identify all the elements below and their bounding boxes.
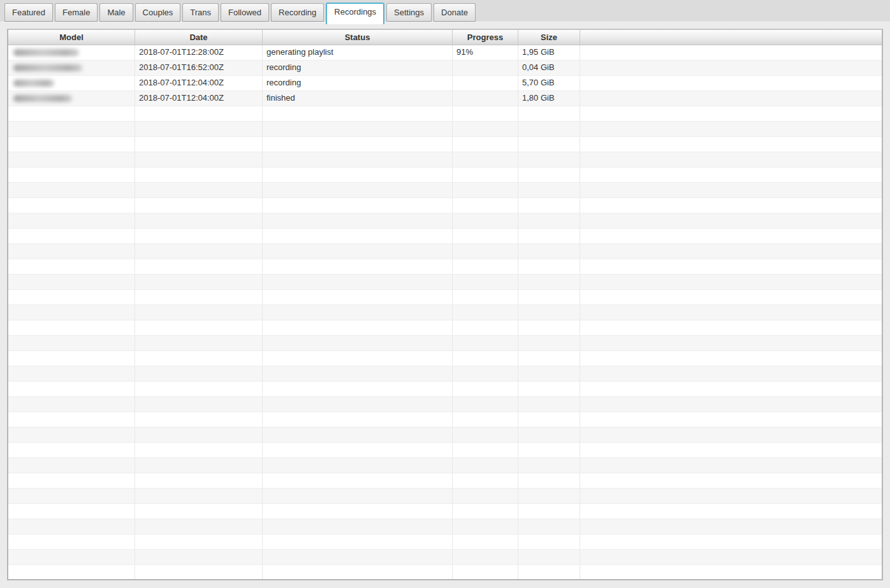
empty-cell-date	[135, 137, 263, 152]
empty-cell-extra	[580, 137, 882, 152]
empty-cell-status	[263, 504, 453, 519]
empty-cell-model	[8, 305, 135, 320]
empty-cell-size	[518, 275, 580, 289]
cell-status: generating playlist	[263, 45, 453, 60]
column-header-extra[interactable]	[580, 30, 882, 45]
empty-cell-size	[518, 259, 580, 274]
empty-table-row	[8, 320, 882, 336]
empty-cell-date	[135, 550, 263, 564]
table-row[interactable]: 2018-07-01T12:04:00Zfinished1,80 GiB	[8, 91, 882, 106]
empty-cell-status	[263, 229, 453, 243]
empty-cell-date	[135, 565, 263, 580]
cell-progress: 91%	[453, 45, 518, 60]
empty-cell-model	[8, 550, 135, 564]
empty-cell-progress	[453, 550, 518, 564]
empty-cell-model	[8, 397, 135, 412]
empty-cell-progress	[453, 336, 518, 350]
empty-cell-date	[135, 412, 263, 427]
table-row[interactable]: 2018-07-01T12:28:00Zgenerating playlist9…	[8, 45, 882, 61]
empty-table-row	[8, 198, 882, 213]
cell-status: finished	[263, 91, 453, 106]
empty-cell-extra	[580, 397, 882, 412]
empty-table-row	[8, 489, 882, 504]
empty-cell-model	[8, 320, 135, 335]
tab-female[interactable]: Female	[55, 3, 98, 22]
empty-cell-model	[8, 519, 135, 534]
empty-cell-size	[518, 519, 580, 534]
empty-cell-extra	[580, 489, 882, 503]
empty-cell-date	[135, 198, 263, 213]
column-header-model[interactable]: Model	[8, 30, 135, 45]
tab-recording[interactable]: Recording	[271, 3, 324, 22]
empty-cell-status	[263, 550, 453, 564]
empty-cell-progress	[453, 259, 518, 274]
empty-cell-size	[518, 397, 580, 412]
empty-cell-model	[8, 351, 135, 366]
empty-cell-status	[263, 534, 453, 549]
empty-cell-extra	[580, 106, 882, 121]
empty-cell-status	[263, 397, 453, 412]
cell-extra	[580, 91, 882, 106]
empty-cell-status	[263, 412, 453, 427]
column-header-progress[interactable]: Progress	[453, 30, 518, 45]
empty-table-row	[8, 275, 882, 290]
tab-male[interactable]: Male	[99, 3, 133, 22]
empty-cell-model	[8, 443, 135, 457]
empty-cell-progress	[453, 382, 518, 396]
cell-date: 2018-07-01T12:04:00Z	[135, 91, 263, 106]
empty-cell-size	[518, 336, 580, 350]
empty-table-row	[8, 458, 882, 473]
tab-bar: FeaturedFemaleMaleCouplesTransFollowedRe…	[0, 0, 890, 22]
empty-cell-progress	[453, 458, 518, 473]
cell-model	[8, 61, 135, 75]
empty-cell-status	[263, 137, 453, 152]
cell-size: 1,95 GiB	[518, 45, 580, 60]
tab-followed[interactable]: Followed	[221, 3, 269, 22]
empty-cell-size	[518, 305, 580, 320]
empty-cell-status	[263, 473, 453, 488]
empty-cell-extra	[580, 320, 882, 335]
cell-status: recording	[263, 61, 453, 75]
column-header-status[interactable]: Status	[263, 30, 453, 45]
column-header-size[interactable]: Size	[518, 30, 580, 45]
table-row[interactable]: 2018-07-01T12:04:00Zrecording5,70 GiB	[8, 76, 882, 91]
cell-date: 2018-07-01T12:28:00Z	[135, 45, 263, 60]
tab-trans[interactable]: Trans	[182, 3, 219, 22]
empty-cell-progress	[453, 412, 518, 427]
empty-cell-size	[518, 366, 580, 381]
tab-featured[interactable]: Featured	[4, 3, 53, 22]
empty-cell-extra	[580, 427, 882, 442]
empty-cell-progress	[453, 168, 518, 182]
cell-model	[8, 45, 135, 60]
empty-cell-size	[518, 106, 580, 121]
empty-cell-size	[518, 168, 580, 182]
cell-size: 5,70 GiB	[518, 76, 580, 90]
cell-progress	[453, 61, 518, 75]
empty-cell-size	[518, 550, 580, 564]
empty-cell-model	[8, 275, 135, 289]
tab-couples[interactable]: Couples	[135, 3, 181, 22]
empty-cell-date	[135, 259, 263, 274]
tab-settings[interactable]: Settings	[386, 3, 432, 22]
empty-cell-progress	[453, 152, 518, 167]
empty-cell-model	[8, 137, 135, 152]
empty-cell-extra	[580, 382, 882, 396]
empty-cell-progress	[453, 565, 518, 580]
cell-extra	[580, 76, 882, 90]
empty-cell-date	[135, 504, 263, 519]
empty-cell-status	[263, 336, 453, 350]
empty-cell-date	[135, 275, 263, 289]
empty-cell-extra	[580, 336, 882, 350]
redacted-model-name	[13, 64, 82, 71]
column-header-date[interactable]: Date	[135, 30, 263, 45]
tab-recordings[interactable]: Recordings	[326, 3, 384, 24]
empty-cell-extra	[580, 213, 882, 228]
empty-cell-size	[518, 458, 580, 473]
cell-status: recording	[263, 76, 453, 90]
tab-donate[interactable]: Donate	[434, 3, 476, 22]
table-row[interactable]: 2018-07-01T16:52:00Zrecording0,04 GiB	[8, 61, 882, 76]
empty-cell-progress	[453, 397, 518, 412]
empty-cell-date	[135, 229, 263, 243]
cell-model	[8, 91, 135, 106]
empty-cell-extra	[580, 168, 882, 182]
